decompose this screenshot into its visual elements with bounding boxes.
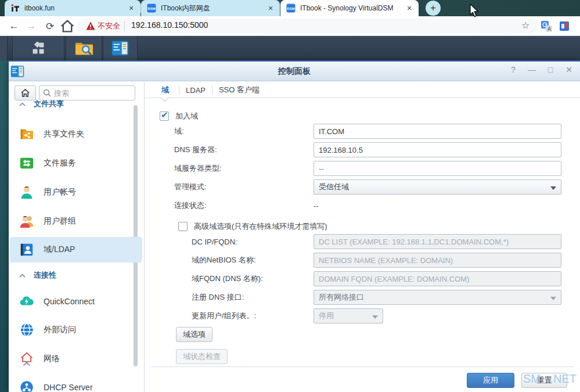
url-text[interactable]: 192.168.10.150:5000 <box>131 20 208 30</box>
domain-input[interactable] <box>314 124 561 139</box>
tab-separator <box>141 3 141 13</box>
section-header-file-sharing[interactable]: 文件共享 <box>10 98 132 110</box>
main-menu-button[interactable] <box>12 36 64 60</box>
control-panel-taskbar-button[interactable] <box>103 36 138 60</box>
field-label: 管理模式: <box>174 179 207 195</box>
tab-sso-client[interactable]: SSO 客户端 <box>212 82 266 98</box>
shared-folder-icon <box>19 127 34 142</box>
dsm-taskbar <box>0 36 580 60</box>
chevron-up-icon <box>19 274 26 278</box>
home-icon[interactable] <box>60 16 75 36</box>
sidebar-item-external-access[interactable]: 外部访问 <box>10 317 142 343</box>
netbios-input <box>314 253 561 268</box>
domain-fqdn-input <box>314 271 561 286</box>
domain-status-check-button: 域状态检查 <box>176 349 228 364</box>
sidebar-item-user-account[interactable]: 用户帐号 <box>10 179 142 205</box>
sidebar-item-quickconnect[interactable]: QuickConnect <box>10 289 142 314</box>
apply-button[interactable]: 应用 <box>467 373 514 388</box>
close-icon[interactable]: ✕ <box>565 65 573 74</box>
reload-icon[interactable]: ⟳ <box>42 16 57 36</box>
search-input[interactable] <box>54 89 124 98</box>
not-secure-warning-icon[interactable] <box>86 21 95 30</box>
advanced-options-label: 高级域选项(只有在特殊域环境才需填写) <box>194 221 327 232</box>
connection-status-value: -- <box>314 198 319 213</box>
field-label: 域: <box>174 124 184 139</box>
dns-server-input[interactable] <box>314 142 561 157</box>
tab-close-icon[interactable]: ✕ <box>127 5 136 12</box>
field-label: 域FQDN (DNS 名称): <box>192 271 263 286</box>
browser-toolbar: ← → ⟳ 不安全 192.168.10.150:5000 ☆ <box>0 16 580 36</box>
update-user-list-select: 停用 <box>314 308 383 323</box>
browser-tab-itbook[interactable]: itbook.fun ✕ <box>5 0 141 16</box>
show-desktop-button[interactable] <box>0 36 8 60</box>
advanced-options-checkbox[interactable] <box>178 222 188 231</box>
mouse-cursor <box>469 4 479 18</box>
main-menu-grid-icon <box>32 42 45 55</box>
control-panel-window: 控制面板 ? — □ ✕ <box>9 60 580 392</box>
tab-ldap[interactable]: LDAP <box>179 82 212 98</box>
section-header-connectivity[interactable]: 连接性 <box>10 269 132 281</box>
tab-title: ITbook - Synology VirtualDSM <box>300 4 400 12</box>
admin-mode-select[interactable]: 受信任域 <box>314 179 561 195</box>
reset-button[interactable]: 重置 <box>521 373 567 388</box>
sidebar-item-file-services[interactable]: 文件服务 <box>10 150 142 176</box>
sidebar-item-shared-folder[interactable]: 共享文件夹 <box>10 121 142 147</box>
minimize-icon[interactable]: — <box>528 65 536 74</box>
user-group-icon <box>19 214 34 229</box>
globe-icon <box>19 322 34 337</box>
tab-close-icon[interactable]: ✕ <box>266 5 275 12</box>
dns-interface-select: 所有网络接口 <box>314 290 561 305</box>
tab-close-icon[interactable]: ✕ <box>405 5 414 12</box>
screen: itbook.fun ✕ DSM ITbook内部网盘 ✕ DSM ITbook… <box>0 0 580 392</box>
advanced-options-row: 高级域选项(只有在特殊域环境才需填写) <box>178 219 327 234</box>
sidebar: 文件共享 共享文件夹 文件服务 <box>9 82 145 392</box>
field-label: 连接状态: <box>174 198 207 213</box>
tab-title: ITbook内部网盘 <box>161 3 261 13</box>
domain-ldap-panel: 域 LDAP SSO 客户端 ✔ 加入域 域: DNS 服务器: 域服务器类型:… <box>145 82 580 392</box>
chevron-down-icon <box>550 186 556 190</box>
join-domain-checkbox[interactable]: ✔ <box>160 112 169 121</box>
browser-tab-virtualdsm[interactable]: DSM ITbook - Synology VirtualDSM ✕ <box>280 0 419 16</box>
translate-icon[interactable] <box>541 21 553 33</box>
itbook-favicon <box>10 3 20 13</box>
field-label: 域的NetBIOS 名称: <box>192 253 256 268</box>
dc-ip-input <box>314 234 561 249</box>
control-panel-icon <box>111 39 129 57</box>
content-tabbar: 域 LDAP SSO 客户端 <box>145 82 580 98</box>
join-domain-label: 加入域 <box>175 111 198 121</box>
chevron-down-icon <box>372 315 378 319</box>
window-titlebar[interactable]: 控制面板 ? — □ ✕ <box>9 62 580 81</box>
search-icon <box>43 89 51 97</box>
browser-tab-dsm-disk[interactable]: DSM ITbook内部网盘 ✕ <box>141 0 280 16</box>
sidebar-item-domain-ldap[interactable]: 域/LDAP <box>10 237 142 262</box>
field-label: 更新用户/组列表。: <box>192 308 256 323</box>
not-secure-label[interactable]: 不安全 <box>98 21 120 31</box>
maximize-icon[interactable]: □ <box>546 65 554 74</box>
sidebar-item-network[interactable]: 网络 <box>10 346 142 372</box>
field-label: DC IP/FQDN: <box>192 234 237 249</box>
dsm-favicon: DSM <box>286 3 296 13</box>
window-title: 控制面板 <box>9 66 580 77</box>
domain-ldap-icon <box>19 242 34 257</box>
field-label: 注册 DNS 接口: <box>192 290 244 305</box>
footer-divider <box>151 366 574 367</box>
browser-tab-strip: itbook.fun ✕ DSM ITbook内部网盘 ✕ DSM ITbook… <box>0 0 580 16</box>
user-icon <box>19 185 34 200</box>
join-domain-row: ✔ 加入域 <box>160 109 198 124</box>
file-station-button[interactable] <box>66 36 102 60</box>
dhcp-server-icon <box>19 380 34 392</box>
bookmark-star-icon[interactable]: ☆ <box>521 20 529 31</box>
domain-options-button[interactable]: 域选项 <box>176 327 212 342</box>
extension-icon[interactable] <box>559 21 570 31</box>
sidebar-item-dhcp-server[interactable]: DHCP Server <box>10 375 142 392</box>
back-icon[interactable]: ← <box>6 16 21 36</box>
file-station-icon <box>74 40 94 56</box>
new-tab-button[interactable]: + <box>426 1 441 16</box>
help-icon[interactable]: ? <box>509 65 517 74</box>
tab-title: itbook.fun <box>24 4 122 12</box>
field-label: 域服务器类型: <box>174 161 222 176</box>
svg-text:DSM: DSM <box>147 7 155 10</box>
server-type-input[interactable] <box>314 161 561 176</box>
chevron-down-icon <box>550 297 556 300</box>
sidebar-item-user-group[interactable]: 用户群组 <box>10 208 142 234</box>
